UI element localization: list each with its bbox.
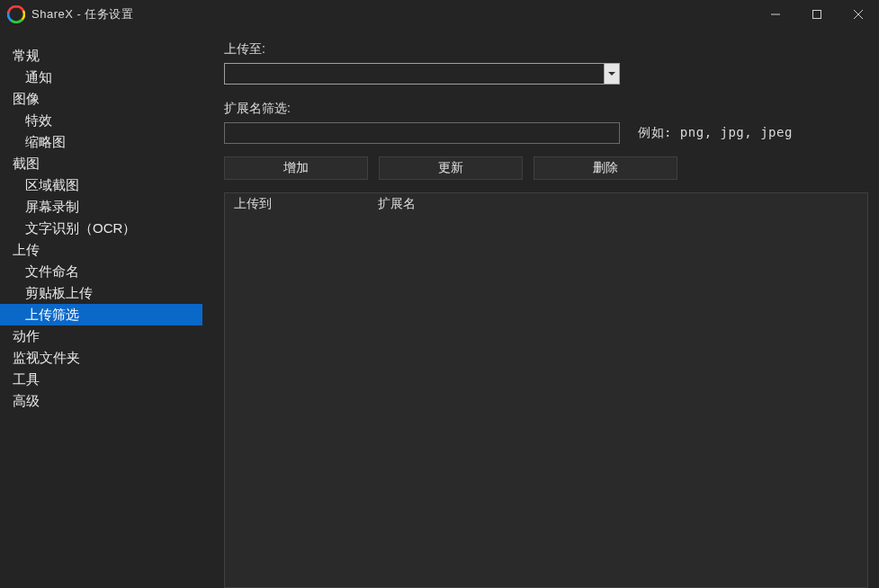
- sidebar-item-2[interactable]: 图像: [0, 88, 202, 110]
- sidebar-item-label: 监视文件夹: [13, 350, 80, 367]
- sidebar-item-12[interactable]: 上传筛选: [0, 304, 202, 325]
- sidebar-item-label: 动作: [13, 328, 40, 345]
- sidebar-item-10[interactable]: 文件命名: [0, 261, 202, 282]
- table-col-upload-to[interactable]: 上传到: [225, 196, 369, 212]
- sidebar-item-label: 工具: [13, 371, 40, 388]
- sidebar-item-14[interactable]: 监视文件夹: [0, 347, 202, 369]
- sidebar-item-label: 文字识别（OCR）: [25, 220, 136, 237]
- upload-to-input[interactable]: [224, 63, 604, 85]
- sidebar-item-11[interactable]: 剪贴板上传: [0, 282, 202, 304]
- minimize-button[interactable]: [755, 0, 796, 29]
- update-button[interactable]: 更新: [379, 156, 523, 180]
- ext-filter-label: 扩展名筛选:: [224, 101, 868, 117]
- main-panel: 上传至: 扩展名筛选: 例如: png, jpg, jpeg 增加 更新 删除 …: [202, 29, 879, 588]
- sidebar-item-label: 上传筛选: [25, 307, 79, 324]
- sidebar-item-label: 高级: [13, 393, 40, 410]
- table-col-extension[interactable]: 扩展名: [369, 196, 867, 212]
- sidebar-item-label: 常规: [13, 48, 40, 65]
- sidebar-item-5[interactable]: 截图: [0, 153, 202, 174]
- sidebar: 常规通知图像特效缩略图截图区域截图屏幕录制文字识别（OCR）上传文件命名剪贴板上…: [0, 29, 202, 588]
- sidebar-item-16[interactable]: 高级: [0, 390, 202, 412]
- uploader-filter-table[interactable]: 上传到 扩展名: [224, 192, 868, 588]
- sidebar-item-label: 屏幕录制: [25, 199, 79, 216]
- sidebar-item-label: 剪贴板上传: [25, 285, 93, 302]
- app-icon: [7, 5, 25, 23]
- titlebar: ShareX - 任务设置: [0, 0, 879, 29]
- upload-to-combo[interactable]: [224, 63, 620, 85]
- sidebar-item-label: 缩略图: [25, 134, 66, 151]
- sidebar-item-4[interactable]: 缩略图: [0, 131, 202, 153]
- sidebar-item-6[interactable]: 区域截图: [0, 174, 202, 196]
- table-header: 上传到 扩展名: [225, 193, 867, 215]
- sidebar-item-7[interactable]: 屏幕录制: [0, 196, 202, 218]
- delete-button[interactable]: 删除: [534, 156, 677, 180]
- sidebar-item-label: 文件命名: [25, 263, 79, 281]
- upload-to-label: 上传至:: [224, 41, 868, 58]
- sidebar-item-label: 图像: [13, 91, 40, 108]
- sidebar-item-0[interactable]: 常规: [0, 45, 202, 67]
- sidebar-item-label: 区域截图: [25, 177, 79, 194]
- ext-filter-hint: 例如: png, jpg, jpeg: [638, 125, 793, 141]
- sidebar-item-1[interactable]: 通知: [0, 67, 202, 88]
- upload-to-dropdown-button[interactable]: [604, 63, 620, 85]
- sidebar-item-13[interactable]: 动作: [0, 325, 202, 347]
- svg-marker-4: [608, 72, 615, 76]
- svg-rect-1: [813, 11, 821, 19]
- window-title: ShareX - 任务设置: [31, 6, 133, 22]
- sidebar-item-9[interactable]: 上传: [0, 239, 202, 261]
- sidebar-item-3[interactable]: 特效: [0, 110, 202, 131]
- close-button[interactable]: [838, 0, 879, 29]
- sidebar-item-label: 截图: [13, 156, 40, 173]
- sidebar-item-label: 通知: [25, 69, 52, 86]
- add-button[interactable]: 增加: [224, 156, 368, 180]
- sidebar-item-15[interactable]: 工具: [0, 369, 202, 390]
- sidebar-item-label: 特效: [25, 112, 52, 129]
- maximize-button[interactable]: [796, 0, 838, 29]
- sidebar-item-8[interactable]: 文字识别（OCR）: [0, 218, 202, 239]
- sidebar-item-label: 上传: [13, 242, 40, 259]
- ext-filter-input[interactable]: [224, 122, 620, 144]
